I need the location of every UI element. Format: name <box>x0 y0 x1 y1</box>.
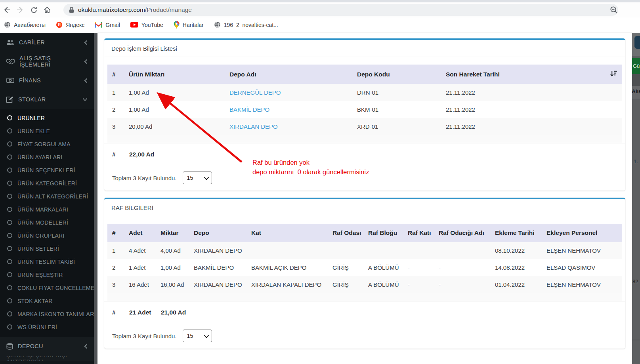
depo-card-title: Depo İşlem Bilgisi Listesi <box>104 40 625 57</box>
sidebar-item-ws-r-nleri-[interactable]: WS ÜRÜNLERİ <box>0 320 94 334</box>
sidebar-subitem-label: FİYAT SORGULAMA <box>17 141 71 147</box>
table-cell: 3 <box>107 118 124 135</box>
globe-icon <box>214 21 221 28</box>
table-cell: GİRİŞ <box>328 259 363 276</box>
table-cell: - <box>403 276 434 293</box>
sidebar-item--r-n-markalari[interactable]: ÜRÜN MARKALARI <box>0 203 94 216</box>
table-row: 11,00 AdDERNEGÜL DEPODRN-0121.11.2022 <box>107 84 622 101</box>
raf-col-header: Raf Katı <box>403 224 434 242</box>
table-cell: - <box>434 276 490 293</box>
table-cell: 14.08.2022 <box>490 259 542 276</box>
sidebar-item--r-n-modelleri-[interactable]: ÜRÜN MODELLERİ <box>0 216 94 229</box>
sidebar-item--r-n-gruplari[interactable]: ÜRÜN GRUPLARI <box>0 229 94 242</box>
table-cell: - <box>434 259 490 276</box>
browser-toolbar: okuklu.matrixotoerp.com/Product/manage <box>0 2 640 17</box>
totals-hash: # <box>112 151 124 158</box>
raf-card-footer: Toplam 3 Kayıt Bulundu. 15 <box>104 323 625 349</box>
table-cell: XIRDALAN DEPO <box>189 242 246 259</box>
circle-icon <box>7 207 12 212</box>
table-cell <box>403 242 434 259</box>
page-size-select[interactable]: 15 <box>183 330 212 342</box>
reload-button[interactable] <box>27 4 40 16</box>
zoom-out-indicator-icon[interactable] <box>610 6 618 16</box>
globe-icon <box>4 21 11 28</box>
sidebar-item-stoklar[interactable]: STOKLAR <box>0 90 94 109</box>
circle-icon <box>7 128 12 133</box>
forward-button[interactable] <box>13 4 27 16</box>
page-size-select[interactable]: 15 <box>183 172 212 184</box>
sidebar-item-ali-sati-i-lemleri-[interactable]: ALIŞ SATIŞ İŞLEMLERİ <box>0 52 94 71</box>
bookmark-label: Яндекс <box>66 22 84 28</box>
depo-col-header: Depo Kodu <box>352 65 441 84</box>
table-row: 21 Adet1,00 AdBAKMİL DEPOBAKMİL AÇIK DEP… <box>107 259 622 276</box>
background-value-top: 1. <box>634 158 638 164</box>
table-cell: DERNEGÜL DEPO <box>225 84 352 101</box>
sidebar-subitem-label: ÜRÜN MARKALARI <box>17 206 68 213</box>
raf-table-header-row: #AdetMiktarDepoKatRaf OdasıRaf BloğuRaf … <box>107 224 622 242</box>
sidebar-item--oklu-fi-yat-g-ncelleme[interactable]: ÇOKLU FİYAT GÜNCELLEME <box>0 281 94 294</box>
main-content: Depo İşlem Bilgisi Listesi #Ürün Miktarı… <box>97 33 632 364</box>
sort-icon[interactable] <box>598 65 622 84</box>
raf-bilgileri-card: RAF BİLGİLERİ #AdetMiktarDepoKatRaf Odas… <box>104 198 625 349</box>
sidebar-item--r-n-alt-kategori-leri-[interactable]: ÜRÜN ALT KATEGORİLERİ <box>0 190 94 203</box>
bookmark-label: Haritalar <box>183 22 204 28</box>
bookmark-item[interactable]: Gmail <box>95 22 120 28</box>
background-guncelle-button: Gü <box>632 58 640 74</box>
sidebar-subitem-label: WS ÜRÜNLERİ <box>17 324 57 330</box>
sidebar-item-cari-ler[interactable]: CARİLER <box>0 33 94 52</box>
home-icon <box>43 6 51 14</box>
bookmark-item[interactable]: Haritalar <box>174 21 204 29</box>
circle-icon <box>7 298 12 303</box>
raf-card-title: RAF BİLGİLERİ <box>104 199 625 216</box>
depot-link[interactable]: XIRDALAN DEPO <box>229 123 278 130</box>
depot-link[interactable]: BAKMİL DEPO <box>229 106 269 113</box>
depot-link[interactable]: DERNEGÜL DEPO <box>229 89 281 96</box>
depo-total-qty: 22,00 Ad <box>129 151 154 158</box>
depo-table: #Ürün MiktarıDepo AdıDepo KoduSon Hareke… <box>107 65 622 135</box>
sidebar-item-partial[interactable]: ŞEHİR İÇİ ŞEHİR DIŞI ANTREPOSU <box>0 356 94 361</box>
sidebar-item--r-n-setleri-[interactable]: ÜRÜN SETLERİ <box>0 242 94 255</box>
sidebar-item-depocu[interactable]: DEPOCU <box>0 337 94 356</box>
table-cell <box>328 242 363 259</box>
sidebar-subitem-label: ÜRÜN SETLERİ <box>17 246 59 252</box>
chevron-left-icon <box>84 78 88 83</box>
table-cell: ELSAD QASIMOV <box>542 259 622 276</box>
raf-col-header: Kat <box>246 224 328 242</box>
bookmark-item[interactable]: YouTube <box>130 22 163 28</box>
address-bar[interactable]: okuklu.matrixotoerp.com/Product/manage <box>63 4 618 16</box>
sidebar-subitem-label: ÜRÜN EKLE <box>17 128 50 134</box>
sidebar-item--r-n-se-enekleri-[interactable]: ÜRÜN SEÇENEKLERİ <box>0 164 94 177</box>
sidebar-item-fi-nans[interactable]: FİNANS <box>0 71 94 90</box>
lock-icon <box>69 7 74 13</box>
sidebar-item--r-n-e-le-ti-r[interactable]: ÜRÜN EŞLEŞTİR <box>0 268 94 281</box>
sidebar-item--r-n-ayarlari[interactable]: ÜRÜN AYARLARI <box>0 151 94 164</box>
sidebar-group-label: ŞEHİR İÇİ ŞEHİR DIŞI ANTREPOSU <box>6 356 88 361</box>
table-cell: 4 Adet <box>124 242 156 259</box>
sidebar: CARİLERALIŞ SATIŞ İŞLEMLERİFİNANSSTOKLAR… <box>0 33 94 364</box>
table-row: 316 Adet16,00 AdXIRDALAN DEPOXIRDALAN KA… <box>107 276 622 293</box>
sidebar-item-marka-i-skonto-tanimlari[interactable]: MARKA İSKONTO TANIMLARI <box>0 307 94 320</box>
table-cell: BKM-01 <box>352 101 441 118</box>
bookmark-item[interactable]: Авиабилеты <box>4 21 46 28</box>
url-text: okuklu.matrixotoerp.com/Product/manage <box>78 6 192 13</box>
circle-icon <box>7 259 12 264</box>
raf-totals-row: # 21 Adet 21,00 Ad <box>104 301 625 323</box>
sidebar-item-fi-yat-sorgulama[interactable]: FİYAT SORGULAMA <box>0 137 94 151</box>
sidebar-item--r-n-tesli-m-taki-bi-[interactable]: ÜRÜN TESLİM TAKİBİ <box>0 255 94 268</box>
bookmarks-bar: АвиабилетыЯЯндексGmailYouTubeHaritalar19… <box>0 17 640 32</box>
sidebar-item--r-nler[interactable]: ÜRÜNLER <box>0 111 94 124</box>
table-cell: 1,00 Ad <box>156 259 189 276</box>
sidebar-subitem-label: ÜRÜN ALT KATEGORİLERİ <box>17 193 88 200</box>
background-navy-button <box>634 36 640 49</box>
back-button[interactable] <box>0 4 13 16</box>
home-button[interactable] <box>40 4 54 16</box>
sidebar-item-stok-aktar[interactable]: STOK AKTAR <box>0 294 94 307</box>
bookmark-label: Gmail <box>105 22 120 28</box>
sidebar-item--r-n-ekle[interactable]: ÜRÜN EKLE <box>0 124 94 137</box>
alis-section-label: Alış <box>632 88 640 94</box>
dimmed-backdrop-right: Gü Alış 1. 82 <box>632 33 640 364</box>
bookmark-item[interactable]: 196_2_novalties-cat... <box>214 21 278 28</box>
table-cell: BAKMİL AÇIK DEPO <box>246 259 328 276</box>
bookmark-item[interactable]: ЯЯндекс <box>56 21 84 28</box>
sidebar-item--r-n-kategori-leri-[interactable]: ÜRÜN KATEGORİLERİ <box>0 177 94 190</box>
